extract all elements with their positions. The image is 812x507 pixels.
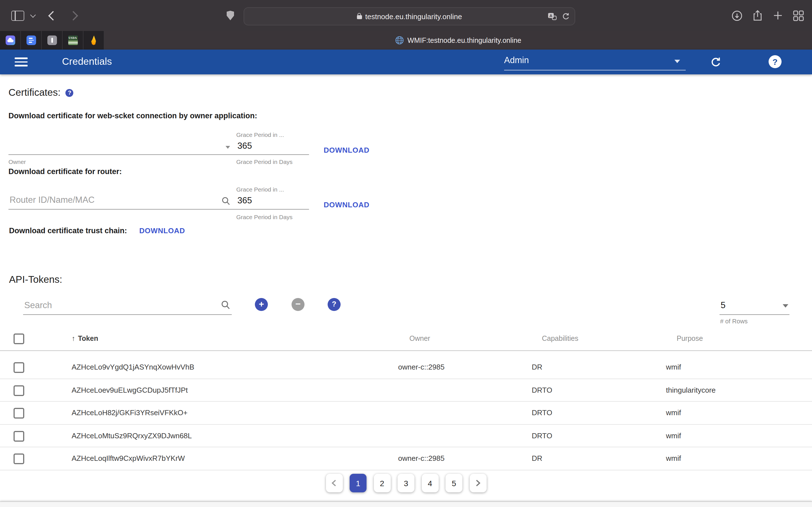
trust-chain-label: Download certificate trust chain: <box>9 226 127 235</box>
pinned-tab-3[interactable] <box>42 31 63 50</box>
column-header-owner[interactable]: Owner <box>409 335 430 342</box>
browser-titlebar: testnode.eu.thingularity.online A <box>0 0 812 31</box>
pinned-tab-2[interactable] <box>21 31 42 50</box>
download-router-cert-button[interactable]: DOWNLOAD <box>324 201 369 209</box>
rows-per-page-select[interactable]: 5 <box>719 293 790 315</box>
add-token-button[interactable]: + <box>255 298 268 311</box>
address-bar[interactable]: testnode.eu.thingularity.online A <box>244 7 575 25</box>
tab-strip: USDA WMIF:testnode.eu.thingularity.onlin… <box>0 31 812 50</box>
download-owner-cert-button[interactable]: DOWNLOAD <box>324 146 369 154</box>
token-cell: AZHceLo9vYgdQ1jASYnqXowHvVhB <box>71 356 194 378</box>
sidebar-toggle-icon[interactable] <box>11 11 24 21</box>
pinned-tab-4[interactable]: USDA <box>63 31 84 50</box>
user-select-value: Admin <box>504 55 529 65</box>
row-checkbox[interactable] <box>13 431 24 441</box>
owner-cert-field-row: Grace Period in ... 365 <box>8 128 309 155</box>
purpose-cell: wmif <box>666 447 681 469</box>
tab-overview-icon[interactable] <box>793 10 804 21</box>
table-row[interactable]: AZHceLoqIlftw9CxpWivxR7bYKrW owner-c::29… <box>0 447 812 470</box>
next-page-button[interactable] <box>469 474 486 492</box>
downloads-icon[interactable] <box>731 10 743 21</box>
refresh-button[interactable] <box>710 56 722 68</box>
translate-icon[interactable]: A <box>548 12 557 20</box>
search-icon[interactable] <box>221 300 231 310</box>
row-checkbox[interactable] <box>13 453 24 464</box>
pinned-tab-5[interactable] <box>84 31 104 50</box>
menu-icon[interactable] <box>15 57 28 69</box>
footer-strip <box>0 501 812 507</box>
column-header-capabilities[interactable]: Capabilities <box>542 335 578 342</box>
page-title: Credentials <box>62 56 112 68</box>
purpose-cell: thingularitycore <box>666 379 716 401</box>
grace-helper-text: Grace Period in Days <box>236 158 293 165</box>
column-header-purpose[interactable]: Purpose <box>677 335 703 342</box>
download-trust-chain-button[interactable]: DOWNLOAD <box>139 226 185 235</box>
websocket-cert-label: Download certificate for web-scket conne… <box>8 112 257 120</box>
owner-cell: owner-c::2985 <box>398 447 445 469</box>
router-id-input[interactable] <box>8 194 219 206</box>
purpose-cell: wmif <box>666 356 681 378</box>
row-checkbox[interactable] <box>13 362 24 373</box>
share-icon[interactable] <box>752 10 763 21</box>
privacy-shield-icon[interactable] <box>227 11 234 20</box>
capabilities-cell: DRTO <box>532 379 552 401</box>
router-cert-field-row: Grace Period in ... 365 <box>8 183 309 210</box>
url-text: testnode.eu.thingularity.online <box>365 12 462 20</box>
user-select[interactable]: Admin <box>504 53 686 70</box>
owner-select-caret-icon[interactable] <box>225 146 230 149</box>
active-tab[interactable]: WMIF:testnode.eu.thingularity.online <box>104 31 812 50</box>
table-row[interactable]: AZHceLoH82j/GKFi3YRseiVFKkO+ DRTO wmif <box>0 402 812 425</box>
token-search-field <box>23 293 232 315</box>
tokens-help-button[interactable]: ? <box>327 298 341 311</box>
tab-title: WMIF:testnode.eu.thingularity.online <box>407 36 521 44</box>
page-button-3[interactable]: 3 <box>398 474 414 492</box>
table-row[interactable]: AZHceLoMtuSz9RQrxyZX9DJwn68L DRTO wmif <box>0 425 812 447</box>
router-search-icon[interactable] <box>221 196 231 206</box>
certificates-heading: Certificates: ? <box>8 87 73 99</box>
column-header-token[interactable]: ↑Token <box>71 335 98 342</box>
new-tab-icon[interactable] <box>772 10 783 21</box>
pagination: 1 2 3 4 5 <box>0 474 812 492</box>
certificates-help-icon[interactable]: ? <box>66 89 73 97</box>
table-header: ↑Token Owner Capabilities Purpose <box>0 330 812 351</box>
search-input[interactable] <box>23 300 211 311</box>
capabilities-cell: DR <box>532 356 543 378</box>
page-button-1[interactable]: 1 <box>350 474 366 492</box>
capabilities-cell: DRTO <box>532 425 552 447</box>
page-button-4[interactable]: 4 <box>421 474 439 492</box>
app-header: Credentials Admin ? <box>0 50 812 74</box>
rows-helper-text: # of Rows <box>720 318 748 325</box>
select-all-checkbox[interactable] <box>13 334 24 344</box>
grace-period-label: Grace Period in ... <box>236 186 284 193</box>
chevron-down-icon[interactable] <box>30 12 36 18</box>
gray-app-icon <box>47 36 57 45</box>
previous-page-button[interactable] <box>326 474 343 492</box>
page-button-5[interactable]: 5 <box>446 474 462 492</box>
purpose-cell: wmif <box>666 425 681 447</box>
pinned-tab-1[interactable] <box>0 31 21 50</box>
reload-icon[interactable] <box>562 12 570 20</box>
main-content: Certificates: ? Download certificate for… <box>0 74 812 501</box>
grace-period-value[interactable]: 365 <box>238 141 252 151</box>
row-checkbox[interactable] <box>13 408 24 418</box>
row-checkbox[interactable] <box>13 385 24 396</box>
back-icon[interactable] <box>48 11 58 20</box>
token-cell: AZHceLoH82j/GKFi3YRseiVFKkO+ <box>71 402 188 424</box>
router-cert-label: Download certificate for router: <box>8 167 122 176</box>
forward-icon[interactable] <box>68 11 78 20</box>
token-cell: AZHceLoqIlftw9CxpWivxR7bYKrW <box>71 447 185 469</box>
screen: testnode.eu.thingularity.online A <box>0 0 812 507</box>
grace-period-value[interactable]: 365 <box>238 195 252 206</box>
token-cell: AZHceLoMtuSz9RQrxyZX9DJwn68L <box>71 425 192 447</box>
table-row[interactable]: AZHceLoev9uELwgGCDupJ5fTfJPt DRTO thingu… <box>0 379 812 402</box>
docs-icon <box>26 36 36 45</box>
chevron-down-icon <box>674 60 680 63</box>
remove-token-button[interactable]: − <box>292 298 305 311</box>
page-button-2[interactable]: 2 <box>373 474 391 492</box>
sort-ascending-icon: ↑ <box>71 335 75 342</box>
grace-period-label: Grace Period in ... <box>236 131 284 138</box>
api-tokens-heading: API-Tokens: <box>9 274 62 286</box>
lock-icon <box>357 15 362 19</box>
table-row[interactable]: AZHceLo9vYgdQ1jASYnqXowHvVhB owner-c::29… <box>0 356 812 379</box>
help-button[interactable]: ? <box>769 55 781 68</box>
